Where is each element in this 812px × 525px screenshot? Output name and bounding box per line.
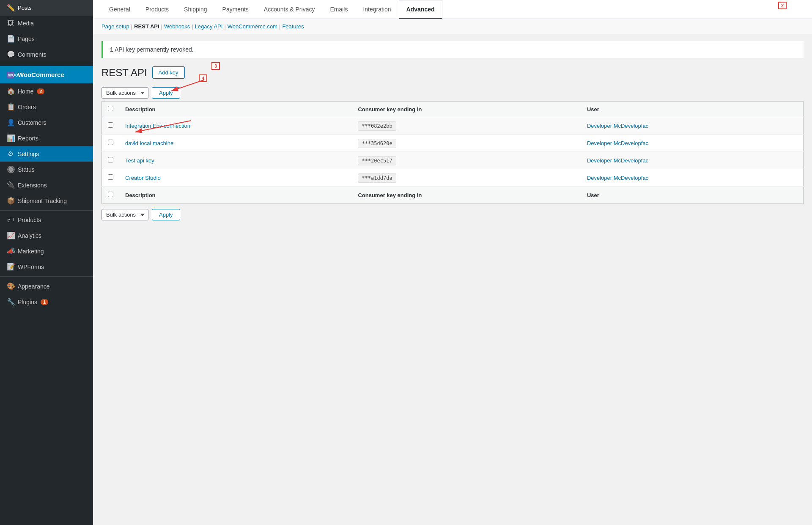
sidebar-item-extensions[interactable]: 🔌 Extensions (0, 177, 93, 193)
user-link[interactable]: Developer McDevelopfac (587, 175, 648, 181)
api-key-link[interactable]: Integration Env connection (125, 123, 190, 129)
annotation-box-4: 4 (199, 74, 207, 82)
apply-button-bottom[interactable]: Apply (152, 209, 180, 220)
col-checkbox-header (102, 102, 120, 117)
sidebar-item-settings[interactable]: ⚙ Settings 1 (0, 146, 93, 162)
api-key-link[interactable]: Test api key (125, 157, 154, 164)
sidebar-item-marketing[interactable]: 📣 Marketing (0, 243, 93, 259)
sidebar-item-plugins[interactable]: 🔧 Plugins 1 (0, 294, 93, 310)
media-icon: 🖼 (7, 19, 14, 27)
sub-nav-rest-api[interactable]: REST API (134, 23, 159, 30)
tab-shipping[interactable]: Shipping (176, 0, 215, 19)
tab-payments[interactable]: Payments (215, 0, 256, 19)
row-checkbox[interactable] (108, 140, 113, 145)
status-icon: 🔘 (7, 165, 14, 173)
api-key-link[interactable]: david local machine (125, 140, 173, 146)
row-checkbox-cell (102, 117, 120, 135)
row-description: david local machine (119, 135, 352, 152)
sidebar-item-label: Comments (18, 51, 47, 58)
row-checkbox-cell (102, 169, 120, 187)
sidebar-item-media[interactable]: 🖼 Media (0, 16, 93, 31)
sidebar-item-label: WPForms (18, 264, 44, 270)
products-icon: 🏷 (7, 216, 14, 224)
sidebar-item-orders[interactable]: 📋 Orders (0, 99, 93, 115)
user-link[interactable]: Developer McDevelopfac (587, 140, 648, 146)
sidebar-item-comments[interactable]: 💬 Comments (0, 47, 93, 62)
row-checkbox[interactable] (108, 157, 113, 162)
footer-select-all[interactable] (108, 192, 113, 197)
home-icon: 🏠 (7, 87, 14, 95)
tab-advanced[interactable]: Advanced (399, 0, 442, 19)
sidebar-item-label: Analytics (18, 232, 41, 239)
sidebar-item-label: WooCommerce (18, 71, 64, 78)
woocommerce-icon: woo (7, 71, 14, 78)
row-checkbox-cell (102, 152, 120, 169)
sidebar-item-products[interactable]: 🏷 Products (0, 212, 93, 228)
sub-nav-woocommerce-com[interactable]: WooCommerce.com (228, 23, 277, 30)
sidebar-item-label: Plugins (18, 299, 37, 305)
col-user-header: User (581, 102, 804, 117)
reports-icon: 📊 (7, 134, 14, 142)
sidebar-item-label: Products (18, 217, 41, 223)
sidebar-item-appearance[interactable]: 🎨 Appearance (0, 278, 93, 294)
table-row: Integration Env connection ***082e2bb De… (102, 117, 804, 135)
footer-user-label: User (581, 187, 804, 204)
orders-icon: 📋 (7, 103, 14, 111)
sub-nav-webhooks[interactable]: Webhooks (164, 23, 190, 30)
extensions-icon: 🔌 (7, 181, 14, 189)
sidebar-item-customers[interactable]: 👤 Customers (0, 115, 93, 130)
annotation-box-2: 2 (778, 2, 787, 9)
consumer-key-badge: ***20ec517 (358, 156, 396, 165)
sidebar-item-pages[interactable]: 📄 Pages (0, 31, 93, 47)
settings-icon: ⚙ (7, 150, 14, 158)
tab-integration[interactable]: Integration (355, 0, 398, 19)
home-badge: 2 (37, 88, 44, 94)
footer-checkbox (102, 187, 120, 204)
user-link[interactable]: Developer McDevelopfac (587, 123, 648, 129)
tab-accounts-privacy[interactable]: Accounts & Privacy (256, 0, 323, 19)
tab-products[interactable]: Products (138, 0, 176, 19)
sidebar-item-woocommerce[interactable]: woo WooCommerce (0, 66, 93, 83)
bulk-actions-select-bottom[interactable]: Bulk actions (102, 209, 148, 220)
sidebar-item-label: Posts (18, 5, 32, 11)
select-all-checkbox[interactable] (108, 106, 113, 111)
row-user: Developer McDevelopfac (581, 152, 804, 169)
row-consumer-key: ***082e2bb (352, 117, 581, 135)
sidebar-item-wpforms[interactable]: 📝 WPForms (0, 259, 93, 275)
sidebar-item-analytics[interactable]: 📈 Analytics (0, 228, 93, 243)
sidebar-item-home[interactable]: 🏠 Home 2 (0, 83, 93, 99)
apply-button-top[interactable]: Apply (152, 87, 180, 99)
content-area: REST API Add key 3 Bulk actions Apply 4 … (93, 58, 812, 234)
row-user: Developer McDevelopfac (581, 117, 804, 135)
api-key-link[interactable]: Creator Studio (125, 175, 161, 181)
add-key-button[interactable]: Add key (152, 66, 185, 79)
comments-icon: 💬 (7, 50, 14, 58)
row-checkbox[interactable] (108, 174, 113, 180)
sub-nav-page-setup[interactable]: Page setup (102, 23, 129, 30)
table-controls-top: Bulk actions Apply 4 (102, 87, 804, 99)
sidebar-item-label: Settings (18, 151, 39, 157)
sub-nav-legacy-api[interactable]: Legacy API (195, 23, 223, 30)
sub-nav-features[interactable]: Features (282, 23, 304, 30)
sidebar-item-label: Pages (18, 36, 35, 42)
plugins-badge: 1 (41, 299, 48, 305)
sidebar-item-shipment-tracking[interactable]: 📦 Shipment Tracking (0, 193, 93, 209)
sidebar-item-label: Status (18, 166, 35, 173)
sidebar-item-reports[interactable]: 📊 Reports (0, 130, 93, 146)
tab-general[interactable]: General (102, 0, 138, 19)
row-consumer-key: ***20ec517 (352, 152, 581, 169)
sidebar-item-label: Orders (18, 104, 36, 110)
sidebar-item-status[interactable]: 🔘 Status (0, 162, 93, 177)
row-checkbox[interactable] (108, 122, 113, 128)
row-description: Test api key (119, 152, 352, 169)
row-description: Creator Studio (119, 169, 352, 187)
tab-emails[interactable]: Emails (322, 0, 355, 19)
sidebar: ✏️ Posts 🖼 Media 📄 Pages 💬 Comments woo … (0, 0, 93, 525)
plugins-icon: 🔧 (7, 298, 14, 306)
sidebar-item-posts[interactable]: ✏️ Posts (0, 0, 93, 16)
bulk-actions-select-top[interactable]: Bulk actions (102, 87, 148, 99)
analytics-icon: 📈 (7, 231, 14, 239)
user-link[interactable]: Developer McDevelopfac (587, 157, 648, 164)
table-row: david local machine ***35d620e Developer… (102, 135, 804, 152)
marketing-icon: 📣 (7, 247, 14, 255)
